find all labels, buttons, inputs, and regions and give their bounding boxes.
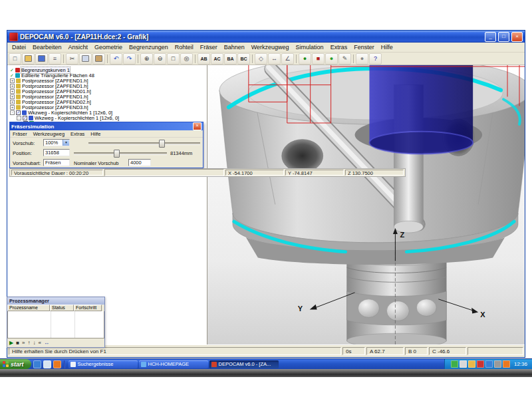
task-button-depocam-v6-0-za[interactable]: DEPOCAM v6.0 - [ZA... (209, 360, 279, 368)
media-player-icon[interactable] (53, 360, 61, 368)
column-header-prozessname[interactable]: Prozessname (7, 305, 50, 311)
menu-item-datei[interactable]: Datei (9, 44, 29, 51)
tray-icon-2[interactable] (460, 360, 467, 368)
expand-icon[interactable]: + (10, 105, 15, 110)
sim-menu-werkzeugweg[interactable]: Werkzeugweg (33, 131, 65, 137)
zoom-window-icon[interactable]: □ (167, 53, 180, 65)
taskbar-clock[interactable]: 12:36 (514, 361, 527, 367)
maximize-button[interactable]: □ (498, 32, 509, 42)
simulation-dialog-titlebar[interactable]: Fräsersimulation × (10, 122, 203, 130)
nominal-feed-input[interactable]: 4000 (128, 159, 151, 166)
close-icon[interactable]: × (193, 122, 201, 130)
task-button-suchergebnisse[interactable]: Suchergebnisse (68, 360, 138, 368)
repeat-button[interactable]: ↔ (44, 340, 49, 346)
menu-item-begrenzungen[interactable]: Begrenzungen (126, 44, 172, 51)
save-icon[interactable] (35, 53, 48, 65)
position-input[interactable]: 31658 (43, 149, 70, 156)
view-ab-button[interactable]: AB (198, 53, 210, 65)
close-button[interactable]: × (511, 32, 523, 42)
process-manager-title[interactable]: Prozessmanager (7, 297, 104, 305)
feed-slider-thumb[interactable] (159, 140, 165, 148)
visibility-checkbox[interactable]: ✓ (16, 110, 21, 115)
open-icon[interactable] (22, 53, 35, 65)
window-titlebar[interactable]: DEPOCAM v6.0 - [ZAP11H.dce:2 - Grafik] _… (7, 31, 525, 43)
menu-item-rohteil[interactable]: Rohteil (172, 44, 197, 51)
menu-item-werkzeugweg[interactable]: Werkzeugweg (248, 44, 293, 51)
sim-menu-extras[interactable]: Extras (70, 131, 84, 137)
zoom-fit-icon[interactable]: ◎ (180, 53, 193, 65)
menu-item-hilfe[interactable]: Hilfe (378, 44, 396, 51)
expand-icon[interactable]: + (10, 94, 15, 99)
menu-item-geometrie[interactable]: Geometrie (91, 44, 126, 51)
show-desktop-icon[interactable] (43, 360, 51, 368)
menu-item-extras[interactable]: Extras (327, 44, 351, 51)
tray-icon-4[interactable] (477, 360, 484, 368)
position-slider-thumb[interactable] (114, 150, 120, 158)
view-bc-button[interactable]: BC (237, 53, 250, 65)
expand-icon[interactable]: + (10, 89, 15, 94)
menu-item-simulation[interactable]: Simulation (293, 44, 327, 51)
measure-icon[interactable]: ∠ (281, 53, 294, 65)
minimize-button[interactable]: _ (485, 32, 496, 42)
zoom-out-icon[interactable]: ⊖ (154, 53, 166, 65)
column-header-fortschritt[interactable]: Fortschritt (74, 305, 102, 311)
task-button-hch-homepage[interactable]: HCH-HOMEPAGE (139, 360, 208, 368)
verify-icon[interactable]: ● (325, 53, 338, 65)
menu-item-fenster[interactable]: Fenster (350, 44, 378, 51)
step-down-button[interactable]: ↓ (33, 340, 35, 346)
copy-icon[interactable] (79, 53, 92, 65)
3d-view-canvas[interactable]: Z Y X (207, 65, 525, 344)
new-icon[interactable]: □ (9, 53, 21, 65)
expand-icon[interactable]: + (10, 84, 15, 88)
print-icon[interactable]: ≡ (49, 53, 61, 65)
process-table-body[interactable] (7, 311, 104, 338)
view-ac-button[interactable]: AC (211, 53, 223, 65)
column-header-status[interactable]: Status (50, 305, 74, 311)
start-button[interactable]: start (0, 359, 31, 369)
sim-menu-fr-ser[interactable]: Fräser (13, 131, 27, 137)
iso-view-icon[interactable]: ◇ (255, 53, 267, 65)
skip-forward-button[interactable]: » (22, 340, 25, 346)
step-up-button[interactable]: ↑ (27, 340, 30, 346)
visibility-checkbox[interactable]: ✓ (23, 116, 27, 120)
simulate-icon[interactable]: ● (299, 53, 311, 65)
expand-icon[interactable]: + (10, 100, 15, 104)
check-icon[interactable]: ✓ (10, 68, 14, 72)
collapse-icon[interactable]: - (10, 110, 15, 115)
internet-explorer-icon[interactable] (33, 360, 41, 368)
menu-item-fr-ser[interactable]: Fräser (197, 44, 221, 51)
menu-item-ansicht[interactable]: Ansicht (65, 44, 92, 51)
check-icon[interactable]: ✓ (10, 73, 14, 78)
zoom-in-icon[interactable]: ⊕ (140, 53, 153, 65)
simulation-menu-bar: FräserWerkzeugwegExtrasHilfe (10, 130, 203, 138)
edit-icon[interactable]: ✎ (338, 53, 351, 65)
redo-icon[interactable]: ↷ (123, 53, 136, 65)
stop-button[interactable]: ■ (16, 340, 19, 346)
shading-icon[interactable]: ● (356, 53, 368, 65)
task-label: DEPOCAM v6.0 - [ZA... (219, 361, 271, 367)
tray-icon-3[interactable] (468, 360, 475, 368)
paste-icon[interactable] (92, 53, 105, 65)
feed-mode-field[interactable]: Fräsen (43, 159, 70, 166)
view-ba-button[interactable]: BA (224, 53, 237, 65)
tray-icon-5[interactable] (485, 360, 493, 368)
tray-icon-7[interactable] (503, 360, 510, 368)
tray-icon-6[interactable] (494, 360, 501, 368)
position-slider[interactable] (74, 149, 167, 156)
collapse-icon[interactable]: - (17, 116, 21, 120)
menu-item-bearbeiten[interactable]: Bearbeiten (29, 44, 65, 51)
skip-back-button[interactable]: « (38, 340, 41, 346)
play-button[interactable]: ▶ (9, 340, 13, 346)
graphics-area[interactable]: Z Y X (207, 65, 525, 344)
undo-icon[interactable]: ↶ (110, 53, 122, 65)
menu-item-bahnen[interactable]: Bahnen (221, 44, 248, 51)
stop-simulation-icon[interactable]: ■ (312, 53, 325, 65)
rotate-view-icon[interactable]: ↔ (268, 53, 281, 65)
expand-icon[interactable]: + (10, 78, 15, 83)
tray-icon-1[interactable] (451, 360, 458, 368)
help-icon[interactable]: ? (369, 53, 382, 65)
sim-menu-hilfe[interactable]: Hilfe (90, 131, 100, 137)
feed-slider[interactable] (88, 139, 200, 146)
feed-select[interactable]: 100% ▼ (43, 139, 70, 146)
cut-icon[interactable]: ✂ (66, 53, 78, 65)
